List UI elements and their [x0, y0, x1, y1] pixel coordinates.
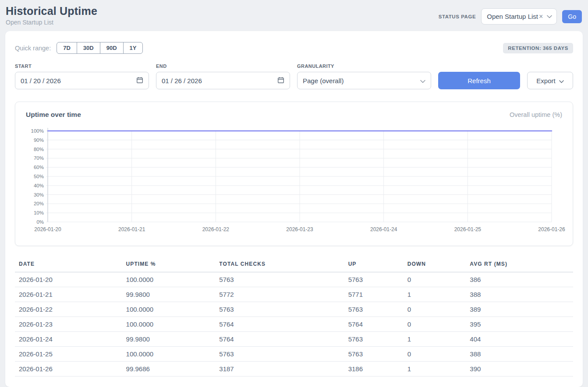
chart-title: Uptime over time: [26, 111, 81, 119]
quick-range-row: Quick range: 7D30D90D1Y RETENTION: 365 D…: [15, 42, 573, 54]
cell-total-checks: 5763: [215, 302, 344, 317]
cell-up: 5763: [344, 332, 404, 347]
cell-uptime-pct: 100.0000: [122, 272, 216, 287]
chevron-down-icon: [547, 15, 552, 18]
main-panel: Quick range: 7D30D90D1Y RETENTION: 365 D…: [5, 31, 583, 387]
refresh-button[interactable]: Refresh: [438, 72, 520, 89]
cell-total-checks: 5763: [215, 347, 344, 362]
svg-text:2026-01-20: 2026-01-20: [34, 226, 61, 232]
svg-text:2026-01-25: 2026-01-25: [454, 226, 482, 232]
granularity-selected-value: Page (overall): [303, 77, 344, 84]
title-block: Historical Uptime Open Startup List: [6, 5, 97, 26]
cell-down: 1: [404, 332, 466, 347]
column-header-down: DOWN: [404, 258, 466, 272]
cell-date: 2026-01-24: [15, 332, 122, 347]
svg-text:2026-01-22: 2026-01-22: [202, 226, 230, 232]
start-date-input[interactable]: 01 / 20 / 2026: [15, 72, 149, 89]
cell-avg-rt-ms: 386: [466, 272, 573, 287]
svg-text:2026-01-24: 2026-01-24: [370, 226, 397, 232]
cell-up: 5771: [344, 287, 404, 302]
cell-up: 5764: [344, 317, 404, 332]
svg-text:2026-01-26: 2026-01-26: [538, 226, 565, 232]
close-icon[interactable]: ×: [539, 13, 543, 20]
cell-avg-rt-ms: 395: [466, 317, 573, 332]
column-header-avg-rt-ms: AVG RT (MS): [466, 258, 573, 272]
quick-range-group: 7D30D90D1Y: [57, 42, 143, 54]
start-date-value: 01 / 20 / 2026: [21, 77, 61, 84]
uptime-chart: 0%10%20%30%40%50%60%70%80%90%100%2026-01…: [22, 125, 566, 240]
cell-total-checks: 5764: [215, 332, 344, 347]
cell-down: 0: [404, 317, 466, 332]
table-row: 2026-01-20100.0000576357630386: [15, 272, 573, 287]
quick-range-90d[interactable]: 90D: [100, 42, 124, 54]
chart-header: Uptime over time Overall uptime (%): [22, 111, 566, 125]
cell-date: 2026-01-26: [15, 362, 122, 376]
calendar-icon[interactable]: [277, 77, 284, 85]
status-page-label: STATUS PAGE: [439, 14, 476, 19]
status-page-controls: STATUS PAGE Open Startup List × Go: [439, 8, 582, 25]
svg-text:10%: 10%: [34, 210, 44, 215]
filter-controls-row: START 01 / 20 / 2026 END 01 / 26 / 2026 …: [15, 63, 573, 89]
go-button[interactable]: Go: [562, 10, 582, 23]
cell-up: 5763: [344, 347, 404, 362]
cell-up: 3186: [344, 362, 404, 376]
cell-down: 0: [404, 302, 466, 317]
export-button[interactable]: Export: [527, 72, 573, 89]
svg-text:60%: 60%: [34, 165, 44, 170]
cell-total-checks: 5763: [215, 272, 344, 287]
uptime-chart-card: Uptime over time Overall uptime (%) 0%10…: [15, 102, 573, 246]
page-title: Historical Uptime: [6, 5, 97, 18]
cell-uptime-pct: 100.0000: [122, 347, 216, 362]
svg-text:0%: 0%: [36, 219, 44, 225]
chevron-down-icon: [420, 77, 425, 84]
svg-text:70%: 70%: [34, 155, 44, 161]
chevron-down-icon: [559, 77, 564, 84]
cell-down: 0: [404, 272, 466, 287]
svg-text:100%: 100%: [31, 128, 44, 134]
cell-uptime-pct: 99.9686: [122, 362, 216, 376]
uptime-table: DATEUPTIME %TOTAL CHECKSUPDOWNAVG RT (MS…: [15, 258, 573, 376]
cell-avg-rt-ms: 389: [466, 302, 573, 317]
cell-date: 2026-01-21: [15, 287, 122, 302]
cell-down: 1: [404, 362, 466, 376]
calendar-icon[interactable]: [136, 77, 143, 85]
status-page-select[interactable]: Open Startup List ×: [481, 8, 557, 25]
cell-avg-rt-ms: 390: [466, 362, 573, 376]
retention-badge: RETENTION: 365 DAYS: [503, 43, 573, 53]
cell-date: 2026-01-25: [15, 347, 122, 362]
table-row: 2026-01-25100.0000576357630388: [15, 347, 573, 362]
quick-range-30d[interactable]: 30D: [77, 42, 100, 54]
status-page-selected-value: Open Startup List: [487, 13, 538, 20]
cell-total-checks: 5772: [215, 287, 344, 302]
page-header: Historical Uptime Open Startup List STAT…: [0, 0, 588, 27]
export-button-label: Export: [536, 77, 555, 84]
cell-uptime-pct: 99.9800: [122, 287, 216, 302]
column-header-uptime-pct: UPTIME %: [122, 258, 216, 272]
quick-range-1y[interactable]: 1Y: [123, 42, 143, 54]
end-date-field-group: END 01 / 26 / 2026: [156, 63, 290, 89]
table-row: 2026-01-2699.9686318731861390: [15, 362, 573, 376]
cell-uptime-pct: 100.0000: [122, 302, 216, 317]
svg-text:40%: 40%: [34, 183, 44, 188]
table-row: 2026-01-22100.0000576357630389: [15, 302, 573, 317]
table-row: 2026-01-2499.9800576457631404: [15, 332, 573, 347]
granularity-field-group: GRANULARITY Page (overall): [297, 63, 431, 89]
cell-date: 2026-01-22: [15, 302, 122, 317]
cell-avg-rt-ms: 404: [466, 332, 573, 347]
cell-total-checks: 3187: [215, 362, 344, 376]
column-header-up: UP: [344, 258, 404, 272]
svg-text:80%: 80%: [34, 147, 44, 152]
end-date-input[interactable]: 01 / 26 / 2026: [156, 72, 290, 89]
svg-text:20%: 20%: [34, 201, 44, 206]
start-date-field-group: START 01 / 20 / 2026: [15, 63, 149, 89]
quick-range-7d[interactable]: 7D: [57, 42, 77, 54]
table-row: 2026-01-23100.0000576457640395: [15, 317, 573, 332]
cell-up: 5763: [344, 272, 404, 287]
cell-total-checks: 5764: [215, 317, 344, 332]
granularity-select[interactable]: Page (overall): [297, 72, 431, 89]
cell-avg-rt-ms: 388: [466, 347, 573, 362]
cell-avg-rt-ms: 388: [466, 287, 573, 302]
chart-legend: Overall uptime (%): [510, 111, 562, 118]
column-header-total-checks: TOTAL CHECKS: [215, 258, 344, 272]
granularity-label: GRANULARITY: [297, 63, 431, 69]
